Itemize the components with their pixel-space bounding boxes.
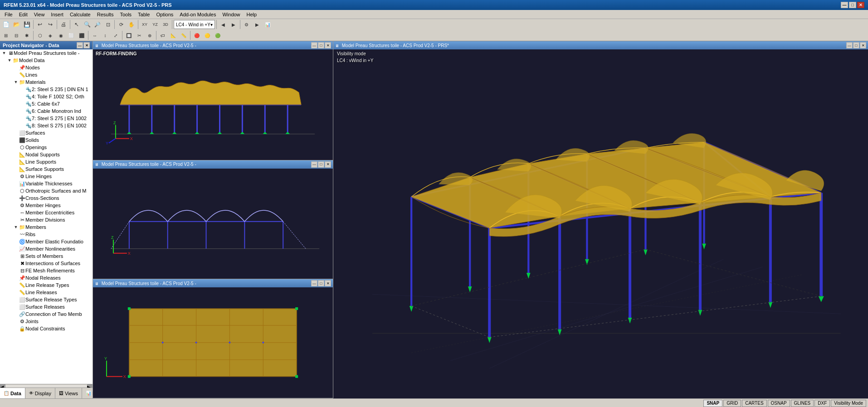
menu-results[interactable]: Results: [94, 11, 117, 18]
tb-zoom-out[interactable]: 🔎: [93, 19, 102, 29]
tree-surfaces[interactable]: ⬜ Surfaces: [0, 129, 93, 136]
tree-sets-members[interactable]: ⊞ Sets of Members: [0, 252, 93, 260]
tb-view-3d[interactable]: 3D: [161, 19, 171, 29]
tree-mat4[interactable]: 🔩 6: Cable Monotron Ind: [0, 107, 93, 115]
tree-member-hinges[interactable]: ⚙ Member Hinges: [0, 202, 93, 209]
tree-line-rel-types[interactable]: 📏 Line Release Types: [0, 281, 93, 289]
tree-openings[interactable]: ⬡ Openings: [0, 144, 93, 151]
horizontal-scrollbar[interactable]: ◀ ▶: [0, 384, 93, 388]
tb-zoom-fit[interactable]: ⊡: [103, 19, 113, 29]
sp3-min[interactable]: —: [311, 280, 317, 286]
main-vp-max[interactable]: □: [853, 42, 859, 48]
tb2-13[interactable]: ✂: [134, 30, 144, 40]
menu-options[interactable]: Options: [153, 11, 176, 18]
tree-member-div[interactable]: ✂ Member Divisions: [0, 216, 93, 223]
menu-table[interactable]: Table: [135, 11, 152, 18]
tree-connection[interactable]: 🔗 Connection of Two Memb: [0, 310, 93, 318]
tb-view-x[interactable]: XY: [140, 19, 150, 29]
tree-modeldata[interactable]: ▼ 📁 Model Data: [0, 57, 93, 64]
tree-members[interactable]: ▼ 📁 Members: [0, 223, 93, 231]
tree-mat1[interactable]: 🔩 2: Steel S 235 | DIN EN 1: [0, 86, 93, 93]
tb2-15[interactable]: 🏷: [158, 30, 168, 40]
tree-member-ecc[interactable]: ↔ Member Eccentricities: [0, 209, 93, 216]
tree-ribs[interactable]: 〰 Ribs: [0, 231, 93, 238]
close-button[interactable]: ✕: [857, 2, 864, 8]
sp2-min[interactable]: —: [311, 161, 317, 168]
tb-open[interactable]: 📂: [11, 19, 21, 29]
tree-member-elastic[interactable]: 🌀 Member Elastic Foundatio: [0, 238, 93, 245]
tree-intersections[interactable]: ✖ Intersections of Surfaces: [0, 260, 93, 267]
maximize-button[interactable]: □: [849, 2, 856, 8]
menu-insert[interactable]: Insert: [48, 11, 66, 18]
tb-nav-prev[interactable]: ◀: [218, 19, 228, 29]
tb2-17[interactable]: 📏: [179, 30, 189, 40]
tb-nav-next[interactable]: ▶: [229, 19, 239, 29]
tb-undo[interactable]: ↩: [35, 19, 45, 29]
menu-help[interactable]: Help: [244, 11, 260, 18]
menu-window[interactable]: Window: [219, 11, 243, 18]
tb2-18[interactable]: 🔴: [192, 30, 202, 40]
tree-line-rel[interactable]: 📏 Line Releases: [0, 289, 93, 296]
panel-close[interactable]: ✕: [83, 42, 90, 48]
sp3-max[interactable]: □: [318, 280, 324, 286]
tree-var-thick[interactable]: 📊 Variable Thicknesses: [0, 180, 93, 187]
sp2-max[interactable]: □: [318, 161, 324, 168]
tree-surf-rel[interactable]: ⬜ Surface Releases: [0, 303, 93, 310]
sp2-close[interactable]: ✕: [325, 161, 331, 168]
tb2-6[interactable]: ◉: [56, 30, 66, 40]
menu-view[interactable]: View: [31, 11, 48, 18]
tb-new[interactable]: 📄: [1, 19, 11, 29]
tb-select[interactable]: ↖: [72, 19, 82, 29]
tree-nodal-constraints[interactable]: 🔒 Nodal Constraints: [0, 325, 93, 332]
tb2-1[interactable]: ⊞: [1, 30, 11, 40]
tree-line-supports[interactable]: 📐 Line Supports: [0, 158, 93, 165]
nav-tab-data[interactable]: 📋 Data: [0, 388, 25, 398]
tb-zoom-in[interactable]: 🔍: [82, 19, 92, 29]
tree-lines[interactable]: 📏 Lines: [0, 71, 93, 78]
tree-container[interactable]: ▼ 🖥 Model Preau Structures toile - ▼ 📁 M…: [0, 49, 93, 384]
menu-tools[interactable]: Tools: [117, 11, 134, 18]
tree-nodal-rel[interactable]: 📌 Nodal Releases: [0, 274, 93, 281]
tb2-20[interactable]: 🟢: [213, 30, 223, 40]
tree-fe-mesh[interactable]: ⊟ FE Mesh Refinements: [0, 267, 93, 274]
menu-addon[interactable]: Add-on Modules: [177, 11, 219, 18]
tb2-14[interactable]: ⊕: [145, 30, 155, 40]
panel-minimize[interactable]: —: [77, 42, 83, 48]
main-vp-min[interactable]: —: [846, 42, 853, 48]
tb-rotate[interactable]: ⟳: [116, 19, 126, 29]
tb-save[interactable]: 💾: [22, 19, 32, 29]
tb2-9[interactable]: ↔: [90, 30, 100, 40]
sp1-min[interactable]: —: [311, 42, 317, 48]
tree-ortho[interactable]: ⬡ Orthotropic Surfaces and M: [0, 187, 93, 194]
scroll-track[interactable]: [5, 385, 87, 388]
tree-nodal-supports[interactable]: 📐 Nodal Supports: [0, 151, 93, 158]
tb2-4[interactable]: ⬡: [35, 30, 45, 40]
sp1-max[interactable]: □: [318, 42, 324, 48]
tree-joints[interactable]: ⚙ Joints: [0, 318, 93, 325]
tree-cross[interactable]: ➕ Cross-Sections: [0, 194, 93, 202]
tree-mat5[interactable]: 🔩 7: Steel S 275 | EN 1002: [0, 115, 93, 122]
tree-materials[interactable]: ▼ 📁 Materials: [0, 78, 93, 86]
tb-calc1[interactable]: ⚙: [242, 19, 252, 29]
minimize-button[interactable]: —: [841, 2, 848, 8]
tree-surface-supports[interactable]: 📐 Surface Supports: [0, 165, 93, 173]
menu-file[interactable]: File: [2, 11, 15, 18]
tb-redo[interactable]: ↪: [45, 19, 55, 29]
tb-results[interactable]: 📊: [263, 19, 273, 29]
tree-surf-rel-types[interactable]: ⬜ Surface Release Types: [0, 296, 93, 303]
tb-pan[interactable]: ✋: [127, 19, 137, 29]
tb2-7[interactable]: ⬜: [66, 30, 76, 40]
tree-root[interactable]: ▼ 🖥 Model Preau Structures toile -: [0, 49, 93, 57]
tb2-10[interactable]: ↕: [100, 30, 110, 40]
sp3-close[interactable]: ✕: [325, 280, 331, 286]
tb2-3[interactable]: ✱: [22, 30, 32, 40]
tree-solids[interactable]: ⬛ Solids: [0, 136, 93, 144]
tree-line-hinges[interactable]: ⚙ Line Hinges: [0, 173, 93, 180]
tb2-12[interactable]: 🔲: [124, 30, 134, 40]
tree-mat6[interactable]: 🔩 8: Steel S 275 | EN 1002: [0, 122, 93, 129]
tb2-8[interactable]: ⬛: [77, 30, 87, 40]
tree-nodes[interactable]: 📌 Nodes: [0, 64, 93, 71]
main-vp-close[interactable]: ✕: [860, 42, 866, 48]
tb-calc2[interactable]: ▶: [252, 19, 262, 29]
tree-mat2[interactable]: 🔩 4: Toile F 1002 S2; Orth: [0, 93, 93, 100]
